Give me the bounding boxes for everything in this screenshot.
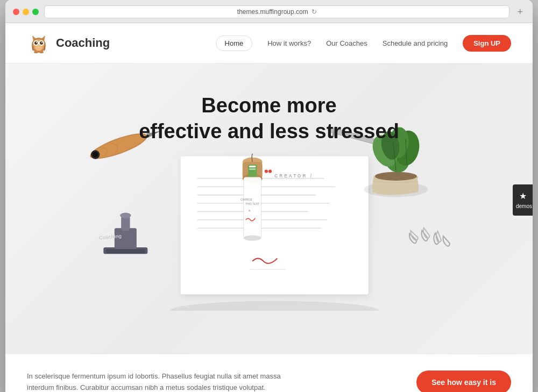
svg-text:THIS TEXT: THIS TEXT [245,202,259,205]
svg-point-24 [265,169,268,173]
website-content: Coaching Home How it works? Our Coaches … [5,23,533,392]
nav-how-it-works[interactable]: How it works? [267,39,311,47]
svg-rect-55 [249,166,256,167]
demos-tab[interactable]: ★ demos [513,184,533,216]
signup-button[interactable]: Sign UP [463,35,511,52]
new-tab-button[interactable]: + [515,6,525,18]
svg-point-25 [268,169,272,173]
svg-point-4 [34,41,38,45]
owl-logo-icon [27,31,51,55]
svg-point-5 [40,41,43,45]
traffic-lights [13,9,39,15]
svg-point-13 [39,51,44,53]
cta-button[interactable]: See how easy it is [416,370,511,392]
bottom-body-text: In scelerisque fermentum ipsum id lobort… [27,371,296,392]
demos-label: demos [516,203,532,209]
hero-title: Become more effective and less stressed [139,93,399,144]
nav-coaches[interactable]: Our Coaches [326,39,367,47]
svg-point-62 [244,235,261,240]
svg-rect-57 [244,177,261,238]
svg-point-7 [41,42,43,43]
svg-point-45 [375,172,417,181]
url-text: themes.muffingroup.com [237,8,308,16]
refresh-icon[interactable]: ↻ [312,8,317,16]
svg-rect-56 [249,168,256,169]
star-icon: ★ [516,191,530,201]
svg-point-41 [120,212,131,218]
svg-rect-42 [106,249,145,253]
svg-text:⊕: ⊕ [249,209,250,212]
svg-text:CREATOR /: CREATOR / [274,174,313,179]
logo-area: Coaching [27,31,110,55]
brand-name: Coaching [56,36,110,50]
svg-point-14 [169,301,379,311]
close-button[interactable] [13,9,19,15]
browser-chrome: themes.muffingroup.com ↻ + [5,0,533,23]
hero-section: Become more effective and less stressed [5,63,533,354]
bottom-section: In scelerisque fermentum ipsum id lobort… [5,354,533,392]
browser-window: themes.muffingroup.com ↻ + [5,0,533,392]
address-bar[interactable]: themes.muffingroup.com ↻ [44,5,509,18]
svg-point-12 [34,51,38,53]
nav-home[interactable]: Home [216,35,253,51]
maximize-button[interactable] [32,9,39,15]
svg-text:CHANGE: CHANGE [240,198,252,201]
navbar: Coaching Home How it works? Our Coaches … [5,23,533,63]
nav-links: Home How it works? Our Coaches Schedule … [216,35,511,52]
svg-point-6 [36,42,37,43]
nav-schedule[interactable]: Schedule and pricing [383,39,448,47]
minimize-button[interactable] [23,9,29,15]
svg-point-11 [36,45,42,51]
